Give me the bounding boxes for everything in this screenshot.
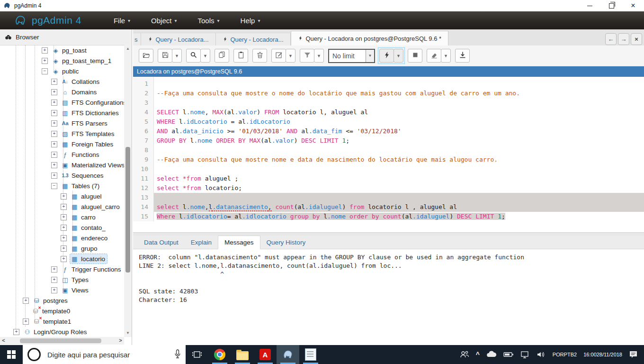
- execute-dropdown[interactable]: ▼: [394, 49, 403, 63]
- sidebar-vertical-scrollbar[interactable]: ▲ ▼: [124, 45, 132, 337]
- row-limit-select[interactable]: No limit▼: [328, 49, 375, 63]
- tree-item-types[interactable]: +◫Types: [0, 274, 124, 285]
- delete-button[interactable]: [252, 49, 267, 63]
- tree-item-fts-configurations[interactable]: +▤FTS Configurations: [0, 97, 124, 108]
- tree-item-public[interactable]: −◈public: [0, 66, 124, 76]
- acrobat-taskbar-icon[interactable]: A: [254, 345, 277, 364]
- expand-icon[interactable]: +: [42, 47, 48, 54]
- task-view-button[interactable]: [186, 345, 208, 364]
- expand-icon[interactable]: +: [51, 120, 57, 127]
- expand-icon[interactable]: +: [13, 329, 19, 335]
- expand-icon[interactable]: +: [51, 277, 57, 283]
- stop-button[interactable]: [408, 49, 422, 63]
- tree-item-materialized-views[interactable]: +▣Materialized Views: [0, 160, 124, 170]
- cortana-icon[interactable]: [27, 348, 41, 361]
- tree-item-views[interactable]: +▣Views: [0, 285, 124, 295]
- tree-item-foreign-tables[interactable]: +▦Foreign Tables: [0, 139, 124, 149]
- expand-icon[interactable]: +: [51, 152, 57, 158]
- filter-dropdown[interactable]: ▼: [314, 49, 324, 63]
- chevron-down-icon[interactable]: ▼: [366, 50, 374, 62]
- tree-item-aluguel[interactable]: +▦aluguel: [0, 191, 124, 201]
- paste-button[interactable]: [233, 49, 248, 63]
- tree-item-fts-parsers[interactable]: +AaFTS Parsers: [0, 118, 124, 128]
- sidebar-horizontal-scrollbar[interactable]: < >: [0, 337, 124, 345]
- scroll-right-icon[interactable]: >: [117, 337, 124, 345]
- tree-item-sequences[interactable]: +1.3Sequences: [0, 170, 124, 181]
- tree-item-fts-dictionaries[interactable]: +▥FTS Dictionaries: [0, 108, 124, 118]
- tree-item-template0[interactable]: ⛁template0: [0, 306, 124, 316]
- output-tab-query-history[interactable]: Query History: [260, 236, 312, 249]
- expand-icon[interactable]: +: [42, 58, 48, 64]
- tree-item-collations[interactable]: +A↓Collations: [0, 76, 124, 87]
- execute-button[interactable]: [379, 49, 394, 63]
- minimize-button[interactable]: [579, 0, 600, 11]
- tree-item-pg-toast-temp-1[interactable]: +◈pg_toast_temp_1: [0, 55, 124, 66]
- tree-item-postgres[interactable]: +⛁postgres: [0, 295, 124, 306]
- language-indicator[interactable]: POR PTB2: [549, 345, 580, 364]
- tree-item-trigger-functions[interactable]: +ƒTrigger Functions: [0, 264, 124, 274]
- scrollbar-thumb[interactable]: [125, 147, 130, 273]
- onedrive-cloud-icon[interactable]: [483, 345, 500, 364]
- edit-button[interactable]: [271, 49, 286, 63]
- expand-icon[interactable]: +: [51, 110, 57, 116]
- expand-icon[interactable]: +: [61, 225, 67, 231]
- expand-icon[interactable]: +: [61, 214, 67, 220]
- menu-item-object[interactable]: Object▾: [151, 17, 177, 25]
- expand-icon[interactable]: +: [61, 256, 67, 262]
- tab-scroll-left-button[interactable]: ←: [605, 33, 617, 45]
- action-center-icon[interactable]: [626, 345, 644, 364]
- scrollbar-thumb[interactable]: [20, 338, 101, 343]
- filter-button[interactable]: [300, 49, 314, 63]
- restore-button[interactable]: [600, 0, 622, 11]
- tree-item-contato-[interactable]: +▦contato_: [0, 222, 124, 233]
- pgadmin-taskbar-icon[interactable]: [277, 345, 299, 364]
- copy-button[interactable]: [215, 49, 229, 63]
- network-icon[interactable]: [517, 345, 533, 364]
- tree-item-tables-7-[interactable]: −▦Tables (7): [0, 181, 124, 191]
- expand-icon[interactable]: +: [61, 193, 67, 200]
- battery-icon[interactable]: [500, 345, 517, 364]
- collapse-icon[interactable]: −: [42, 68, 48, 74]
- microphone-icon[interactable]: [174, 349, 181, 361]
- expand-icon[interactable]: +: [51, 162, 57, 168]
- taskbar-search[interactable]: [23, 345, 186, 364]
- expand-icon[interactable]: +: [23, 318, 29, 325]
- tab-scroll-right-button[interactable]: →: [618, 33, 629, 45]
- clear-button[interactable]: [427, 49, 441, 63]
- expand-icon[interactable]: +: [61, 246, 67, 252]
- expand-icon[interactable]: +: [61, 235, 67, 241]
- tab-query-1[interactable]: Query - Locadora...: [141, 33, 216, 46]
- output-tab-explain[interactable]: Explain: [185, 236, 218, 249]
- open-file-button[interactable]: [139, 49, 153, 63]
- collapse-icon[interactable]: −: [51, 183, 57, 189]
- find-dropdown[interactable]: ▼: [200, 49, 210, 63]
- volume-icon[interactable]: [533, 345, 549, 364]
- expand-icon[interactable]: +: [51, 79, 57, 85]
- tree-item-domains[interactable]: +⌂Domains: [0, 87, 124, 97]
- chrome-taskbar-icon[interactable]: [208, 345, 231, 364]
- sql-editor[interactable]: 12--Faça uma consulta que mostre o nome …: [133, 77, 644, 232]
- tree-item-template1[interactable]: +⛁template1: [0, 316, 124, 327]
- tree-item-fts-templates[interactable]: +▨FTS Templates: [0, 128, 124, 139]
- taskbar-clock[interactable]: 16:00 28/11/2018: [580, 345, 626, 364]
- notepad-taskbar-icon[interactable]: [299, 345, 322, 364]
- expand-icon[interactable]: +: [51, 131, 57, 137]
- edit-dropdown[interactable]: ▼: [286, 49, 295, 63]
- expand-icon[interactable]: +: [51, 266, 57, 273]
- menu-item-file[interactable]: File▾: [114, 17, 130, 25]
- expand-icon[interactable]: +: [51, 100, 57, 106]
- search-input[interactable]: [46, 350, 162, 359]
- save-button[interactable]: [158, 49, 172, 63]
- tab-close-button[interactable]: ×: [631, 33, 642, 45]
- tree-item-carro[interactable]: +▦carro: [0, 212, 124, 222]
- expand-icon[interactable]: +: [23, 298, 29, 304]
- tab-query-2[interactable]: Query - Locadora...: [216, 33, 291, 46]
- tray-expand-icon[interactable]: ^: [473, 345, 483, 364]
- output-tab-data-output[interactable]: Data Output: [138, 236, 185, 249]
- file-explorer-taskbar-icon[interactable]: [231, 345, 254, 364]
- tab-query-3[interactable]: Query - Locadora on postgres@PostgreSQL …: [291, 31, 449, 46]
- tree-item-endereco[interactable]: +▦endereco: [0, 233, 124, 243]
- tree-item-functions[interactable]: +ƒFunctions: [0, 149, 124, 160]
- expand-icon[interactable]: +: [51, 173, 57, 179]
- tab-query-partial[interactable]: s: [133, 33, 141, 46]
